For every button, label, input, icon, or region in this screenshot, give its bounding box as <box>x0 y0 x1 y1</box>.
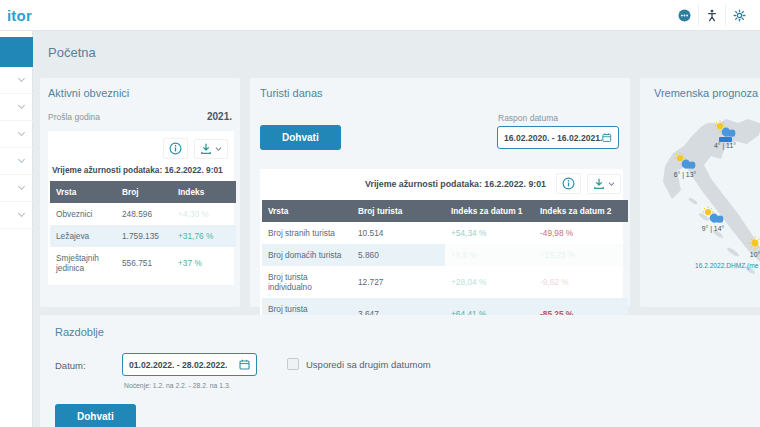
gear-glyph <box>733 9 746 22</box>
download-icon <box>593 178 605 190</box>
chevron-down-icon <box>18 183 25 190</box>
accessibility-glyph <box>706 9 718 22</box>
sidebar-item-6[interactable] <box>0 202 33 229</box>
compare-checkbox[interactable] <box>287 358 299 370</box>
weather-source-label: 16.2.2022.DHMZ (me <box>695 262 758 269</box>
cell-broj: 5.860 <box>352 244 445 266</box>
card-title: Razdoblje <box>55 326 760 338</box>
weather-point: 9° | 14° <box>700 206 726 232</box>
col-header: Indeks za datum 2 <box>534 200 628 222</box>
cell-indeks-2: +15,23 % <box>534 244 628 266</box>
temperature-label: 9° | 14° <box>702 225 724 232</box>
compare-checkbox-group: Usporedi sa drugim datumom <box>287 358 431 370</box>
sidebar-item-5[interactable] <box>0 175 33 202</box>
sidebar-item-4[interactable] <box>0 148 33 175</box>
cell-indeks-2: -49,98 % <box>534 222 628 244</box>
info-icon[interactable] <box>556 173 581 194</box>
accessibility-icon[interactable] <box>698 4 725 26</box>
date-range-value: 16.02.2020. - 16.02.2021. <box>504 133 602 143</box>
obligors-table: Vrsta Broj Indeks Obveznici 248.596 +4,3… <box>50 181 236 279</box>
date-label: Datum: <box>55 360 86 371</box>
chevron-down-icon <box>18 102 25 109</box>
table-row: Ležajeva 1.759.135 +31,76 % <box>50 225 236 247</box>
cell-broj: 12.727 <box>352 266 445 298</box>
cell-broj: 10.514 <box>352 222 445 244</box>
cell-vrsta: Broj domaćih turista <box>262 244 352 266</box>
sidebar <box>0 31 33 427</box>
chevron-down-icon <box>18 210 25 217</box>
temperature-label: 10° <box>750 251 760 258</box>
period-date-value: 01.02.2022. - 28.02.2022. <box>129 360 227 370</box>
previous-year-label: Prošla godina <box>48 112 100 122</box>
col-header: Indeks za datum 1 <box>445 200 534 222</box>
card-title: Vremenska prognoza <box>654 87 760 99</box>
table-row: Obveznici 248.596 +4,30 % <box>50 203 236 225</box>
settings-icon[interactable] <box>725 4 752 26</box>
sidebar-item-3[interactable] <box>0 121 33 148</box>
cell-indeks-1: +54,34 % <box>445 222 534 244</box>
table-row: Broj turista individualno 12.727 +28,04 … <box>262 266 628 298</box>
fetch-button[interactable]: Dohvati <box>55 404 136 427</box>
sun-cloud-icon <box>700 206 726 225</box>
evisitor-dashboard: itor <box>0 0 760 427</box>
info-glyph <box>169 142 182 155</box>
info-icon[interactable] <box>163 138 188 159</box>
cell-indeks: +4,30 % <box>172 203 236 225</box>
cell-broj: 556.751 <box>116 247 172 279</box>
cell-vrsta: Obveznici <box>50 203 116 225</box>
cell-indeks-1: +28,04 % <box>445 266 534 298</box>
cell-broj: 248.596 <box>116 203 172 225</box>
chevron-down-icon <box>608 181 615 187</box>
topbar-icon-group <box>671 0 752 30</box>
table-toolbar: Vrijeme ažurnosti podataka: 16.2.2022. 9… <box>260 169 623 200</box>
chevron-down-icon <box>18 129 25 136</box>
tourists-today-card: Turisti danas Dohvati Raspon datuma 16.0… <box>250 78 630 307</box>
col-header: Broj turista <box>352 200 445 222</box>
calendar-icon <box>239 359 250 370</box>
obligors-panel: Vrijeme ažurnosti podataka: 16.2.2022. 9… <box>48 131 234 285</box>
tourists-table: Vrsta Broj turista Indeks za datum 1 Ind… <box>262 200 628 330</box>
cell-vrsta: Broj turista individualno <box>262 266 352 298</box>
sidebar-item-1[interactable] <box>0 67 33 94</box>
page-title: Početna <box>48 45 96 60</box>
data-freshness-label: Vrijeme ažurnosti podataka: 16.2.2022. 9… <box>365 179 546 189</box>
period-date-input[interactable]: 01.02.2022. - 28.02.2022. <box>122 353 257 376</box>
table-row: Broj stranih turista 10.514 +54,34 % -49… <box>262 222 628 244</box>
temperature-label: 4° | 11° <box>714 142 736 149</box>
cell-indeks: +31,76 % <box>172 225 236 247</box>
period-card: Razdoblje Datum: 01.02.2022. - 28.02.202… <box>40 315 760 427</box>
top-bar: itor <box>0 0 760 31</box>
col-header: Vrsta <box>50 181 116 203</box>
cell-indeks-1: +6,5 % <box>445 244 534 266</box>
calendar-icon <box>602 132 612 143</box>
sidebar-item-active[interactable] <box>0 37 33 67</box>
download-button[interactable] <box>194 139 228 159</box>
table-row: Broj domaćih turista 5.860 +6,5 % +15,23… <box>262 244 628 266</box>
dots-circle-icon[interactable] <box>671 4 698 26</box>
card-title: Aktivni obveznici <box>48 87 234 99</box>
sidebar-item-2[interactable] <box>0 94 33 121</box>
temperature-label: 6° | 13° <box>674 171 696 178</box>
fetch-button[interactable]: Dohvati <box>260 125 341 150</box>
sun-icon <box>746 236 760 251</box>
download-button[interactable] <box>587 174 621 194</box>
dots-circle-glyph <box>678 9 691 22</box>
col-header: Vrsta <box>262 200 352 222</box>
overnight-note: Noćenje: 1.2. na 2.2. - 28.2. na 1.3. <box>124 382 231 389</box>
weather-point: 4° | 11° <box>712 120 738 149</box>
date-range-input[interactable]: 16.02.2020. - 16.02.2021. <box>497 126 619 149</box>
compare-label: Usporedi sa drugim datumom <box>306 359 431 370</box>
chevron-down-icon <box>18 156 25 163</box>
cell-vrsta: Ležajeva <box>50 225 116 247</box>
weather-card: Vremenska prognoza 4° | 11° 6° <box>640 78 760 307</box>
col-header: Broj <box>116 181 172 203</box>
cell-broj: 1.759.135 <box>116 225 172 247</box>
app-logo[interactable]: itor <box>7 7 32 24</box>
date-range-label: Raspon datuma <box>498 113 613 123</box>
cell-indeks-2: -9,62 % <box>534 266 628 298</box>
chevron-down-icon <box>18 75 25 82</box>
cell-indeks: +37 % <box>172 247 236 279</box>
card-title: Turisti danas <box>260 87 623 99</box>
sun-cloud-icon <box>672 152 698 171</box>
weather-point: 6° | 13° <box>672 152 698 178</box>
